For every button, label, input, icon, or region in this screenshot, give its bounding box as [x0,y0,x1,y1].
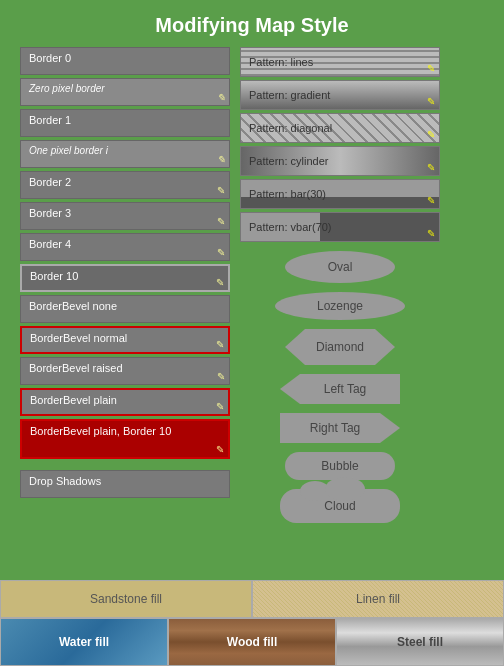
diamond-shape[interactable]: Diamond [285,329,395,365]
wood-fill[interactable]: Wood fill [168,618,336,666]
drop-shadows-item[interactable]: Drop Shadows [20,470,230,498]
border-2-item[interactable]: Border 2 [20,171,230,199]
pattern-gradient-edit: ✎ [427,96,435,107]
border-10-item[interactable]: Border 10 [20,264,230,292]
pattern-vbar70[interactable]: Pattern: vbar(70) ✎ [240,212,440,242]
borderbevel-plain-item[interactable]: BorderBevel plain [20,388,230,416]
border-0-label: Border 0 [29,52,71,64]
borderbevel-plain-label: BorderBevel plain [30,394,117,406]
wood-fill-label: Wood fill [227,635,277,649]
pattern-lines-label: Pattern: lines [249,56,313,68]
borderbevel-plain-10-item[interactable]: BorderBevel plain, Border 10 [20,419,230,459]
zero-pixel-item[interactable]: Zero pixel border [20,78,230,106]
pattern-diagonal[interactable]: Pattern: diagonal ✎ [240,113,440,143]
cloud-shape[interactable]: Cloud [280,489,400,523]
border-4-item[interactable]: Border 4 [20,233,230,261]
cloud-label: Cloud [324,499,355,513]
pattern-lines[interactable]: Pattern: lines ✎ [240,47,440,77]
left-tag-container: Left Tag [240,374,440,404]
one-pixel-item[interactable]: One pixel border i [20,140,230,168]
fill-row-top: Sandstone fill Linen fill [0,580,504,618]
border-3-item[interactable]: Border 3 [20,202,230,230]
patterns-wrapper: Pattern: lines ✎ Pattern: gradient ✎ Pat… [240,47,440,242]
border-1-label: Border 1 [29,114,71,126]
borderbevel-none-label: BorderBevel none [29,300,117,312]
pattern-cylinder-edit: ✎ [427,162,435,173]
steel-fill[interactable]: Steel fill [336,618,504,666]
lozenge-container: Lozenge [240,292,440,320]
left-tag-shape[interactable]: Left Tag [280,374,400,404]
oval-container: Oval [240,251,440,283]
border-0-item[interactable]: Border 0 [20,47,230,75]
borderbevel-none-item[interactable]: BorderBevel none [20,295,230,323]
pattern-cylinder-label: Pattern: cylinder [249,155,328,167]
border-3-label: Border 3 [29,207,71,219]
fill-section: Sandstone fill Linen fill Water fill Woo… [0,580,504,666]
right-tag-label: Right Tag [310,421,360,435]
lozenge-shape[interactable]: Lozenge [275,292,405,320]
borderbevel-raised-label: BorderBevel raised [29,362,123,374]
borderbevel-normal-label: BorderBevel normal [30,332,127,344]
steel-fill-label: Steel fill [397,635,443,649]
border-2-label: Border 2 [29,176,71,188]
bubble-label: Bubble [321,459,358,473]
right-tag-shape[interactable]: Right Tag [280,413,400,443]
pattern-vbar70-label: Pattern: vbar(70) [249,221,332,233]
pattern-bar30[interactable]: Pattern: bar(30) ✎ [240,179,440,209]
borderbevel-plain-10-label: BorderBevel plain, Border 10 [30,425,171,437]
sandstone-fill-label: Sandstone fill [90,592,162,606]
pattern-lines-edit: ✎ [427,63,435,74]
page-title: Modifying Map Style [0,0,504,47]
drop-shadows-label: Drop Shadows [29,475,101,487]
right-tag-container: Right Tag [240,413,440,443]
linen-fill-label: Linen fill [356,592,400,606]
pattern-vbar70-edit: ✎ [427,228,435,239]
oval-shape[interactable]: Oval [285,251,395,283]
water-fill-label: Water fill [59,635,109,649]
zero-pixel-label: Zero pixel border [29,83,105,94]
lozenge-label: Lozenge [317,299,363,313]
cloud-container: Cloud [240,489,440,523]
right-column: Pattern: lines ✎ Pattern: gradient ✎ Pat… [240,47,440,526]
pattern-bar30-label: Pattern: bar(30) [249,188,326,200]
pattern-cylinder[interactable]: Pattern: cylinder ✎ [240,146,440,176]
borderbevel-normal-item[interactable]: BorderBevel normal [20,326,230,354]
border-4-label: Border 4 [29,238,71,250]
pattern-gradient-label: Pattern: gradient [249,89,330,101]
water-fill[interactable]: Water fill [0,618,168,666]
pattern-diagonal-edit: ✎ [427,129,435,140]
one-pixel-label: One pixel border i [29,145,108,156]
diamond-container: Diamond [240,329,440,365]
borderbevel-raised-item[interactable]: BorderBevel raised [20,357,230,385]
oval-label: Oval [328,260,353,274]
fill-row-bottom: Water fill Wood fill Steel fill [0,618,504,666]
linen-fill[interactable]: Linen fill [252,580,504,618]
border-10-label: Border 10 [30,270,78,282]
left-tag-label: Left Tag [324,382,366,396]
sandstone-fill[interactable]: Sandstone fill [0,580,252,618]
bubble-container: Bubble [240,452,440,480]
pattern-bar30-edit: ✎ [427,195,435,206]
diamond-label: Diamond [316,340,364,354]
border-1-item[interactable]: Border 1 [20,109,230,137]
pattern-diagonal-label: Pattern: diagonal [249,122,332,134]
bubble-shape[interactable]: Bubble [285,452,395,480]
left-column: Border 0 Zero pixel border Border 1 One … [20,47,230,526]
pattern-gradient[interactable]: Pattern: gradient ✎ [240,80,440,110]
